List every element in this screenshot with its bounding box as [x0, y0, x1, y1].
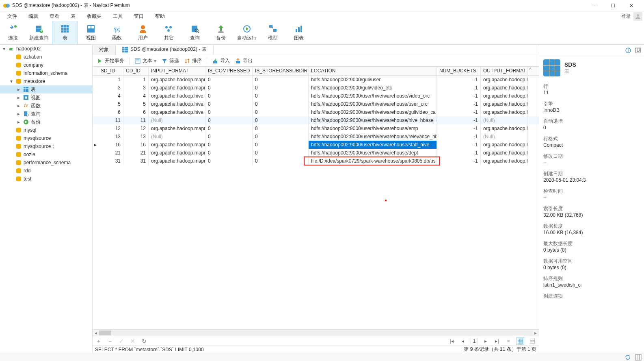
text-button[interactable]: 文本 ▾ — [134, 57, 156, 64]
maximize-button[interactable]: ☐ — [603, 0, 622, 11]
cell[interactable]: 31 — [98, 157, 123, 165]
cell[interactable]: org.apache.hadoop.h — [481, 124, 528, 133]
cell[interactable]: 0 — [253, 116, 309, 124]
delete-row-button[interactable]: − — [106, 338, 114, 344]
cell[interactable]: -1 — [437, 133, 481, 141]
cell[interactable]: org.apache.hadoop.hive.c — [149, 100, 205, 108]
table-row[interactable]: 33org.apache.hadoop.mapr00hdfs://hadoop0… — [93, 84, 539, 92]
expand-icon[interactable]: ▸ — [16, 111, 21, 117]
menu-帮助[interactable]: 帮助 — [149, 12, 171, 21]
col-INPUT_FORMAT[interactable]: INPUT_FORMAT — [149, 67, 205, 75]
table-row[interactable]: 3131org.apache.hadoop.mapr00file:/D:/ide… — [93, 157, 539, 165]
expand-icon[interactable]: ▸ — [16, 95, 21, 100]
col-NUM_BUCKETS[interactable]: NUM_BUCKETS — [437, 67, 481, 75]
cell[interactable]: 0 — [205, 124, 253, 133]
table-row[interactable]: ▸1616org.apache.hadoop.mapr00hdfs://hado… — [93, 141, 539, 149]
form-view-button[interactable] — [528, 337, 536, 345]
export-button[interactable]: 导出 — [235, 57, 253, 64]
cell[interactable]: -1 — [437, 92, 481, 100]
menu-表[interactable]: 表 — [65, 12, 81, 21]
avatar-icon[interactable] — [633, 12, 642, 21]
cell[interactable]: hdfs://hadoop002:9000/user/hive/warehous… — [309, 141, 437, 149]
cell[interactable]: 0 — [205, 157, 253, 165]
col-SD_ID[interactable]: SD_ID — [98, 67, 123, 75]
cell[interactable]: org.apache.hadoop.mapr — [149, 76, 205, 84]
tree-azkaban[interactable]: azkaban — [0, 53, 92, 61]
toolbar-fx-button[interactable]: f(x)函数 — [104, 21, 130, 44]
expand-icon[interactable]: ▸ — [16, 119, 21, 125]
menu-文件[interactable]: 文件 — [2, 12, 23, 21]
cell[interactable]: 5 — [98, 100, 123, 108]
tree-information_schema[interactable]: information_schema — [0, 69, 92, 77]
sort-button[interactable]: 排序 — [184, 57, 202, 64]
expand-icon[interactable]: ▾ — [9, 78, 14, 84]
scroll-thumb[interactable] — [99, 331, 111, 335]
cell[interactable]: org.apache.hadoop.h — [481, 108, 528, 116]
tree-mysql[interactable]: mysql — [0, 126, 92, 134]
toolbar-view-button[interactable]: 视图 — [78, 21, 104, 44]
stop-button[interactable]: ■ — [505, 338, 512, 344]
cell[interactable]: hdfs://hadoop002:9000/user/hive/warehous… — [309, 116, 437, 124]
scroll-left-icon[interactable]: ◂ — [93, 330, 99, 336]
cell[interactable]: 3 — [123, 84, 149, 92]
cell[interactable]: org.apache.hadoop.h — [481, 84, 528, 92]
cell[interactable]: 3 — [98, 84, 123, 92]
cell[interactable]: 4 — [123, 92, 149, 100]
grid-view-button[interactable] — [516, 337, 524, 345]
scroll-up-icon[interactable]: ^ — [528, 67, 533, 75]
cell[interactable]: (Null) — [481, 116, 528, 124]
tab-objects[interactable]: 对象 — [93, 45, 116, 55]
cell[interactable]: 16 — [98, 141, 123, 149]
cell[interactable]: hdfs://hadoop002:9000/guli/user — [309, 76, 437, 84]
expand-icon[interactable]: ▾ — [2, 46, 6, 52]
cell[interactable]: 21 — [98, 149, 123, 157]
first-page-button[interactable]: |◂ — [448, 338, 455, 344]
tree-mysqlsource；[interactable]: mysqlsource； — [0, 142, 92, 150]
toolbar-query-button[interactable]: 查询 — [182, 21, 208, 44]
tree-mysqlsource[interactable]: mysqlsource — [0, 134, 92, 142]
cell[interactable]: org.apache.hadoop.hive.c — [149, 92, 205, 100]
cell[interactable]: org.apache.hadoop.h — [481, 141, 528, 149]
cell[interactable]: org.apache.hadoop.h — [481, 149, 528, 157]
col-IS_STOREDASSUBDIRECT[interactable]: IS_STOREDASSUBDIRECT — [253, 67, 309, 75]
table-row[interactable]: 55org.apache.hadoop.hive.c00hdfs://hadoo… — [93, 100, 539, 108]
tree-performance_schema[interactable]: performance_schema — [0, 159, 92, 167]
add-row-button[interactable]: + — [95, 338, 102, 344]
tree-查询[interactable]: ▸查询 — [0, 110, 92, 118]
cell[interactable]: org.apache.hadoop.h — [481, 92, 528, 100]
cell[interactable]: hdfs://hadoop002:9000/user/hive/warehous… — [309, 124, 437, 133]
expand-icon[interactable]: ▸ — [16, 87, 21, 92]
cell[interactable]: 0 — [205, 76, 253, 84]
toolbar-plug-button[interactable]: 连接 — [0, 21, 26, 44]
cell[interactable]: 0 — [205, 108, 253, 116]
cell[interactable]: org.apache.hadoop.h — [481, 76, 528, 84]
cell[interactable]: 0 — [205, 92, 253, 100]
cell[interactable]: -1 — [437, 100, 481, 108]
cell[interactable]: org.apache.hadoop.h — [481, 100, 528, 108]
col-IS_COMPRESSED[interactable]: IS_COMPRESSED — [205, 67, 253, 75]
cell[interactable]: 4 — [98, 92, 123, 100]
menu-编辑[interactable]: 编辑 — [23, 12, 44, 21]
cell[interactable]: 0 — [253, 133, 309, 141]
cell[interactable]: -1 — [437, 141, 481, 149]
cell[interactable]: 0 — [205, 100, 253, 108]
cell[interactable]: 21 — [123, 149, 149, 157]
menu-窗口[interactable]: 窗口 — [128, 12, 149, 21]
cell[interactable]: 13 — [98, 133, 123, 141]
close-button[interactable]: ✕ — [622, 0, 641, 11]
toolbar-other-button[interactable]: 其它 — [156, 21, 182, 44]
table-row[interactable]: 1111(Null)00hdfs://hadoop002:9000/user/h… — [93, 116, 539, 124]
tree-metastore[interactable]: ▾metastore — [0, 77, 92, 85]
cell[interactable]: hdfs://hadoop002:9000/user/hive/warehous… — [309, 133, 437, 141]
filter-button[interactable]: 筛选 — [161, 57, 179, 64]
begin-transaction-button[interactable]: 开始事务 — [97, 57, 124, 64]
cell[interactable]: 0 — [253, 100, 309, 108]
cell[interactable]: 0 — [253, 92, 309, 100]
cell[interactable]: 0 — [253, 76, 309, 84]
cell[interactable]: hdfs://hadoop002:9000/user/hive/warehous… — [309, 100, 437, 108]
cell[interactable]: (Null) — [481, 133, 528, 141]
toolbar-auto-button[interactable]: 自动运行 — [234, 21, 260, 44]
cell[interactable]: -1 — [437, 116, 481, 124]
toolbar-model-button[interactable]: 模型 — [260, 21, 286, 44]
cell[interactable]: 6 — [98, 108, 123, 116]
